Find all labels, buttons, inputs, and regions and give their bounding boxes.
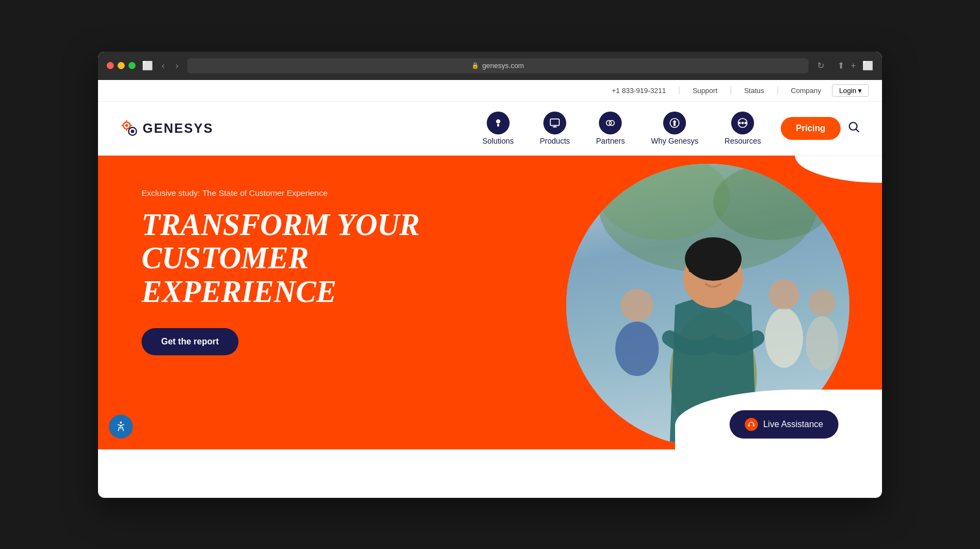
- svg-point-18: [742, 121, 744, 124]
- website-content: +1 833-919-3211 Support Status Company L…: [98, 80, 882, 498]
- accessibility-icon: [115, 421, 127, 433]
- url-text: genesys.com: [482, 61, 524, 70]
- browser-chrome: ⬜ ‹ › 🔒 genesys.com ↻ ⬆ + ⬜: [98, 52, 882, 80]
- svg-point-19: [745, 121, 748, 124]
- search-button[interactable]: [847, 120, 860, 137]
- partners-label: Partners: [596, 137, 625, 145]
- solutions-label: Solutions: [482, 137, 514, 145]
- resources-icon: [731, 112, 754, 134]
- nav-item-products[interactable]: Products: [529, 107, 581, 150]
- chevron-down-icon: ▾: [858, 87, 862, 95]
- lock-icon: 🔒: [471, 62, 479, 69]
- hero-title: Transform Your Customer Experience: [142, 208, 436, 309]
- svg-point-25: [615, 322, 659, 376]
- maximize-button[interactable]: [128, 62, 136, 69]
- svg-point-14: [609, 120, 614, 125]
- svg-point-7: [131, 129, 134, 133]
- products-label: Products: [540, 137, 570, 145]
- products-icon: [543, 112, 566, 134]
- nav-items: Solutions Products: [471, 107, 772, 150]
- search-icon: [847, 120, 860, 133]
- hero-subtitle: Exclusive study: The State of Customer E…: [142, 188, 436, 198]
- new-tab-button[interactable]: +: [851, 60, 856, 71]
- nav-item-resources[interactable]: Resources: [714, 107, 772, 150]
- hero-content: Exclusive study: The State of Customer E…: [98, 156, 479, 388]
- close-button[interactable]: [107, 62, 114, 69]
- solutions-icon: [487, 112, 510, 134]
- logo-text: GENESYS: [143, 121, 213, 136]
- separator: [777, 87, 778, 94]
- svg-rect-37: [753, 424, 755, 427]
- sidebar-toggle[interactable]: ⬜: [142, 60, 153, 71]
- status-link[interactable]: Status: [744, 87, 764, 95]
- company-link[interactable]: Company: [791, 87, 822, 95]
- back-button[interactable]: ‹: [160, 60, 167, 72]
- share-button[interactable]: ⬆: [837, 60, 844, 71]
- traffic-lights: [107, 62, 136, 69]
- forward-button[interactable]: ›: [173, 60, 180, 72]
- utility-bar: +1 833-919-3211 Support Status Company L…: [98, 80, 882, 102]
- address-bar[interactable]: 🔒 genesys.com: [187, 58, 808, 73]
- genesys-logo-icon: [120, 119, 139, 138]
- svg-point-30: [808, 289, 836, 316]
- support-link[interactable]: Support: [693, 87, 718, 95]
- nav-item-solutions[interactable]: Solutions: [471, 107, 525, 150]
- svg-rect-9: [497, 124, 499, 126]
- tabs-button[interactable]: ⬜: [862, 60, 873, 71]
- svg-rect-36: [748, 424, 750, 427]
- live-assistance-label: Live Assistance: [763, 420, 823, 429]
- hero-section: Exclusive study: The State of Customer E…: [98, 156, 882, 449]
- pricing-button[interactable]: Pricing: [781, 117, 841, 140]
- reload-button[interactable]: ↻: [815, 59, 826, 72]
- nav-item-partners[interactable]: Partners: [585, 107, 636, 150]
- svg-point-24: [713, 164, 833, 240]
- svg-line-21: [856, 129, 859, 132]
- separator: [679, 87, 679, 94]
- svg-point-1: [125, 124, 128, 126]
- why-genesys-icon: [663, 112, 686, 134]
- resources-label: Resources: [725, 137, 761, 145]
- svg-point-35: [120, 421, 122, 423]
- svg-rect-10: [550, 119, 560, 125]
- svg-point-27: [765, 308, 803, 368]
- browser-window: ⬜ ‹ › 🔒 genesys.com ↻ ⬆ + ⬜ +1 833-919-3…: [98, 52, 882, 498]
- svg-point-28: [769, 279, 799, 310]
- hero-cta-button[interactable]: Get the report: [142, 328, 238, 355]
- live-assistance-button[interactable]: Live Assistance: [730, 410, 838, 439]
- svg-point-26: [621, 289, 653, 322]
- separator: [731, 87, 731, 94]
- svg-rect-34: [689, 256, 738, 273]
- partners-icon: [599, 112, 622, 134]
- nav-item-why-genesys[interactable]: Why Genesys: [640, 107, 709, 150]
- svg-point-17: [739, 121, 742, 124]
- main-nav: GENESYS Solutions: [98, 102, 882, 156]
- svg-point-29: [806, 316, 838, 371]
- hero-title-line2: Customer Experience: [142, 241, 336, 309]
- minimize-button[interactable]: [118, 62, 125, 69]
- browser-actions: ⬆ + ⬜: [837, 60, 873, 71]
- why-genesys-label: Why Genesys: [651, 137, 699, 145]
- accessibility-button[interactable]: [109, 415, 133, 439]
- login-button[interactable]: Login ▾: [832, 84, 869, 97]
- phone-number[interactable]: +1 833-919-3211: [612, 87, 666, 95]
- headset-icon: [745, 418, 758, 431]
- logo-area[interactable]: GENESYS: [120, 119, 213, 138]
- hero-title-line1: Transform Your: [142, 208, 420, 242]
